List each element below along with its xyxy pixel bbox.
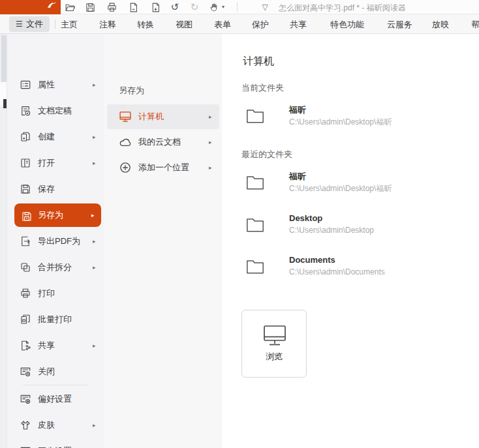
chevron-right-icon: ▸ xyxy=(209,113,212,120)
file-menu-item-label: 另存为 xyxy=(38,209,63,221)
file-menu-item-label: 批量打印 xyxy=(38,314,72,325)
folder-item-recent[interactable]: 福昕 C:\Users\admin\Desktop\福昕 xyxy=(241,170,457,197)
file-menu-item-sync-settings[interactable]: 同步设置 xyxy=(7,438,104,448)
file-menu-item-label: 文档定稿 xyxy=(38,105,72,117)
chevron-down-icon[interactable]: ▽ xyxy=(259,1,271,14)
file-menu-button[interactable]: ☰ 文件 xyxy=(9,16,50,32)
hand-tool-caret-icon[interactable]: ▾ xyxy=(222,4,224,10)
folder-path: C:\Users\admin\Desktop\福昕 xyxy=(289,183,392,194)
skin-icon xyxy=(20,419,31,431)
file-menu-item-skin[interactable]: 皮肤 ▸ xyxy=(7,412,104,438)
file-menu-item-label: 皮肤 xyxy=(38,419,55,431)
undo-icon[interactable]: ↺ xyxy=(168,1,181,14)
folder-icon xyxy=(245,258,265,278)
cloud-icon xyxy=(119,136,132,149)
computer-panel-title: 计算机 xyxy=(243,55,274,68)
file-menu-panel: 属性 ▸ 文档定稿 创建 ▸ 打开 ▸ 保存 另存为 ▸ 导出P xyxy=(7,34,104,448)
save-as-icon xyxy=(21,211,33,222)
file-menu-item-finalize[interactable]: 文档定稿 xyxy=(7,98,104,124)
chevron-right-icon: ▸ xyxy=(93,264,96,271)
share-icon xyxy=(20,340,31,351)
page-remove-icon[interactable] xyxy=(127,1,140,14)
tab-features[interactable]: 特色功能 xyxy=(330,19,364,31)
print-icon[interactable] xyxy=(105,1,118,14)
file-menu-item-batch-print[interactable]: 批量打印 xyxy=(7,306,104,333)
menubar: ☰ 文件 主页 注释 转换 视图 表单 保护 共享 特色功能 云服务 放映 帮 xyxy=(0,14,479,34)
titlebar: ↺ ↻ ▾ ▽ 怎么面对高中学习.pdf * - 福昕阅读器 xyxy=(0,0,479,14)
folder-name: 福昕 xyxy=(289,104,306,116)
file-menu-item-label: 打印 xyxy=(38,288,55,299)
print-icon xyxy=(20,288,31,299)
open-icon xyxy=(20,157,31,169)
batch-print-icon xyxy=(20,314,31,325)
tab-view[interactable]: 视图 xyxy=(176,19,193,31)
toolbar-separator xyxy=(237,3,238,12)
page-add-icon[interactable] xyxy=(149,1,162,14)
chevron-right-icon: ▸ xyxy=(93,422,96,428)
save-as-item-cloud-docs[interactable]: 我的云文档 ▸ xyxy=(107,130,219,155)
create-icon xyxy=(20,131,31,143)
finalize-icon xyxy=(20,105,31,117)
file-menu-item-label: 创建 xyxy=(38,131,55,143)
redo-icon[interactable]: ↻ xyxy=(188,1,201,14)
computer-panel: 计算机 当前文件夹 福昕 C:\Users\admin\Desktop\福昕 最… xyxy=(222,34,479,448)
chevron-right-icon: ▸ xyxy=(91,212,95,218)
file-menu-item-close[interactable]: 关闭 xyxy=(7,359,104,385)
browse-button[interactable]: 浏览 xyxy=(241,310,307,378)
foxit-logo xyxy=(0,0,61,14)
folder-name: Documents xyxy=(289,255,335,265)
file-menu-item-save[interactable]: 保存 xyxy=(7,176,104,202)
file-menu-item-properties[interactable]: 属性 ▸ xyxy=(7,72,104,98)
tab-slideshow[interactable]: 放映 xyxy=(432,19,449,31)
tab-convert[interactable]: 转换 xyxy=(137,19,154,31)
tab-protect[interactable]: 保护 xyxy=(252,19,269,31)
computer-icon xyxy=(119,110,132,123)
file-menu-item-preferences[interactable]: 偏好设置 xyxy=(7,386,104,412)
tab-cloud[interactable]: 云服务 xyxy=(387,19,412,31)
file-menu-item-label: 同步设置 xyxy=(38,445,72,448)
close-doc-icon xyxy=(20,366,31,378)
chevron-right-icon: ▸ xyxy=(93,82,96,88)
save-as-header: 另存为 xyxy=(119,85,144,97)
add-place-icon xyxy=(119,161,132,174)
file-menu-item-merge-split[interactable]: 合并拆分 ▸ xyxy=(7,254,104,280)
chevron-right-icon: ▸ xyxy=(93,238,96,245)
open-folder-icon[interactable] xyxy=(63,1,76,14)
tab-home[interactable]: 主页 xyxy=(61,19,78,31)
file-menu-item-export-pdf[interactable]: 导出PDF为 ▸ xyxy=(7,228,104,254)
tab-form[interactable]: 表单 xyxy=(214,19,231,31)
file-menu-item-label: 属性 xyxy=(38,79,55,91)
file-menu-item-save-as[interactable]: 另存为 ▸ xyxy=(14,203,101,227)
folder-item-recent[interactable]: Desktop C:\Users\admin\Desktop xyxy=(241,212,457,239)
recent-folders-label: 最近的文件夹 xyxy=(241,149,292,160)
save-icon[interactable] xyxy=(84,1,97,14)
save-as-item-add-place[interactable]: 添加一个位置 ▸ xyxy=(107,155,219,180)
export-pdf-icon xyxy=(20,235,31,247)
folder-item-recent[interactable]: Documents C:\Users\admin\Documents xyxy=(241,254,457,281)
hand-tool-icon[interactable] xyxy=(208,1,221,14)
save-as-item-label: 添加一个位置 xyxy=(138,162,189,173)
folder-item-current[interactable]: 福昕 C:\Users\admin\Desktop\福昕 xyxy=(241,103,457,130)
properties-icon xyxy=(20,79,31,91)
save-icon xyxy=(20,183,31,195)
tab-share[interactable]: 共享 xyxy=(290,19,307,31)
folder-path: C:\Users\admin\Desktop\福昕 xyxy=(289,117,392,128)
save-as-item-label: 我的云文档 xyxy=(138,136,181,148)
folder-icon xyxy=(245,173,265,194)
file-menu-item-open[interactable]: 打开 ▸ xyxy=(7,150,104,176)
file-menu-item-create[interactable]: 创建 ▸ xyxy=(7,124,104,150)
file-menu-item-share[interactable]: 共享 ▸ xyxy=(7,333,104,359)
file-menu-item-label: 合并拆分 xyxy=(38,261,72,273)
save-as-item-computer[interactable]: 计算机 ▸ xyxy=(107,104,219,129)
file-menu-item-print[interactable]: 打印 xyxy=(7,280,104,306)
file-menu-item-label: 打开 xyxy=(38,157,55,169)
folder-name: 福昕 xyxy=(289,171,306,183)
file-menu-item-label: 保存 xyxy=(38,183,55,195)
tab-comment[interactable]: 注释 xyxy=(99,19,116,31)
chevron-right-icon: ▸ xyxy=(209,164,212,171)
tab-help[interactable]: 帮 xyxy=(471,19,479,31)
file-menu-item-label: 共享 xyxy=(38,340,55,351)
merge-split-icon xyxy=(20,261,31,273)
background-remnant xyxy=(1,35,7,82)
fox-logo-icon xyxy=(46,1,59,14)
